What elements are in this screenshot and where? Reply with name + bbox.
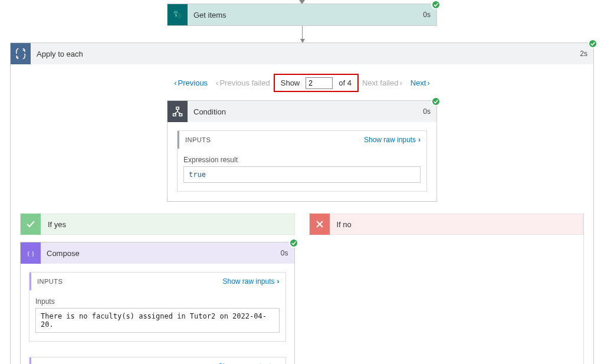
compose-duration: 0s xyxy=(275,249,294,257)
apply-to-each-card[interactable]: Apply to each 2s ‹Previous ‹Previous fai… xyxy=(10,42,594,364)
show-label: Show xyxy=(277,76,304,90)
get-items-title: Get items xyxy=(188,11,417,19)
inputs-label: INPUTS xyxy=(37,278,63,285)
svg-rect-4 xyxy=(176,107,179,110)
if-no-header[interactable]: If no xyxy=(309,214,584,235)
compose-icon: { } xyxy=(21,242,41,264)
inputs-label: INPUTS xyxy=(185,136,211,143)
check-icon xyxy=(21,214,41,235)
if-yes-branch: If yes { } Compose 0s xyxy=(20,214,295,364)
loop-icon xyxy=(11,43,31,64)
success-badge-icon xyxy=(588,39,598,48)
apply-to-each-title: Apply to each xyxy=(31,50,574,58)
condition-title: Condition xyxy=(188,107,417,116)
inputs-value: There is no faculty(s) assigned in Tutor… xyxy=(35,308,280,333)
svg-rect-5 xyxy=(173,114,176,116)
condition-inputs-section: INPUTS Show raw inputs› Expression resul… xyxy=(177,130,427,192)
next-button[interactable]: Next› xyxy=(407,76,435,90)
get-items-duration: 0s xyxy=(417,11,436,19)
compose-title: Compose xyxy=(41,249,275,258)
expression-result-label: Expression result xyxy=(183,156,421,164)
condition-icon xyxy=(168,101,188,122)
compose-inputs-section: INPUTS Show raw inputs› Inputs There is … xyxy=(29,272,286,342)
condition-duration: 0s xyxy=(417,107,436,116)
compose-card[interactable]: { } Compose 0s INPUTS xyxy=(20,242,295,364)
inputs-field-label: Inputs xyxy=(35,297,280,306)
compose-outputs-section: OUTPUTS Show raw outputs› xyxy=(29,357,286,364)
get-items-card[interactable]: S Get items 0s xyxy=(167,4,437,26)
pager-highlight: Show of 4 xyxy=(274,74,359,92)
close-icon xyxy=(310,214,330,235)
success-badge-icon xyxy=(289,238,298,248)
previous-failed-button: ‹Previous failed xyxy=(211,76,274,90)
of-total: of 4 xyxy=(335,76,355,90)
show-raw-inputs-link[interactable]: Show raw inputs› xyxy=(222,277,279,286)
iteration-input[interactable] xyxy=(306,77,333,89)
svg-rect-6 xyxy=(179,114,182,116)
previous-button[interactable]: ‹Previous xyxy=(169,76,211,90)
sharepoint-icon: S xyxy=(168,4,188,25)
connector xyxy=(0,26,604,42)
apply-to-each-duration: 2s xyxy=(574,50,593,58)
if-yes-title: If yes xyxy=(41,220,66,229)
svg-text:{ }: { } xyxy=(27,250,34,257)
condition-card[interactable]: Condition 0s INPUTS Show raw inputs› Exp… xyxy=(167,100,437,202)
next-failed-button: Next failed› xyxy=(359,76,407,90)
svg-text:S: S xyxy=(175,14,177,17)
if-yes-header[interactable]: If yes xyxy=(20,214,295,235)
if-no-title: If no xyxy=(330,220,352,229)
show-raw-inputs-link[interactable]: Show raw inputs› xyxy=(364,136,421,144)
expression-result-value: true xyxy=(183,166,421,183)
success-badge-icon xyxy=(431,0,441,9)
iteration-pager: ‹Previous ‹Previous failed Show of 4 Nex… xyxy=(20,74,584,92)
success-badge-icon xyxy=(431,97,441,106)
if-no-branch: If no xyxy=(309,214,585,364)
